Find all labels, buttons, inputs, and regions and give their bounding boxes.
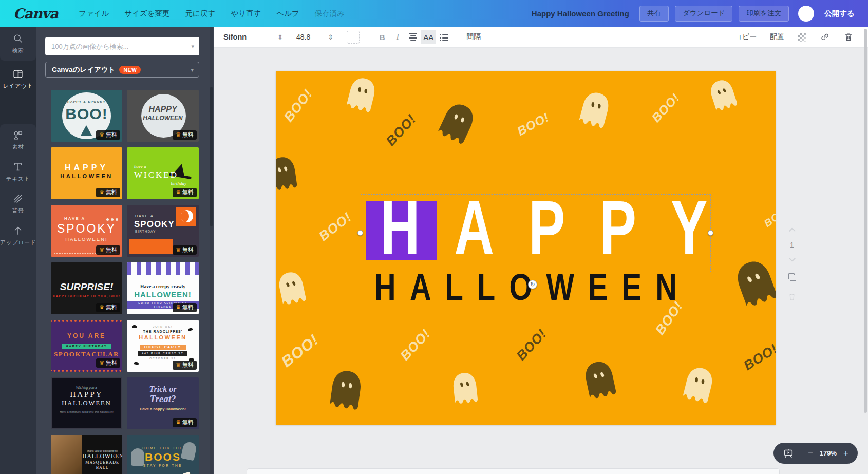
- template-thumb-3[interactable]: HAPPY HALLOWEEN ♛無料: [51, 147, 122, 199]
- menu-redo[interactable]: やり直す: [231, 9, 261, 18]
- menu-file[interactable]: ファイル: [79, 9, 109, 18]
- download-button[interactable]: ダウンロード: [675, 6, 733, 22]
- free-badge: ♛無料: [173, 245, 197, 255]
- move-page-up-icon[interactable]: [789, 227, 796, 234]
- font-family-stepper-icon[interactable]: ⇕: [277, 33, 283, 41]
- ghost-icon: [704, 75, 743, 119]
- zoom-out-button[interactable]: −: [808, 449, 813, 458]
- image-search-input[interactable]: [45, 37, 199, 55]
- ghost-icon: [579, 357, 622, 408]
- free-badge: ♛無料: [173, 303, 197, 312]
- text-align-button[interactable]: [405, 30, 421, 44]
- crown-icon: ♛: [176, 362, 181, 368]
- presentation-icon[interactable]: [783, 448, 794, 459]
- menu-undo[interactable]: 元に戻す: [185, 9, 216, 18]
- arrange-button[interactable]: 配置: [770, 32, 784, 42]
- boo-text: BOO!: [741, 340, 776, 373]
- sidebar-item-search[interactable]: 検索: [0, 27, 36, 61]
- boo-text: BOO!: [383, 111, 420, 149]
- order-prints-button[interactable]: 印刷を注文: [739, 6, 789, 22]
- document-title[interactable]: Happy Halloween Greeting: [532, 9, 629, 18]
- zoom-level[interactable]: 179%: [820, 449, 837, 457]
- dropdown-label: Canvaのレイアウト: [52, 65, 115, 74]
- free-badge: ♛無料: [173, 418, 197, 427]
- template-thumb-9[interactable]: YOU ARE HAPPY BIRTHDAY SPOOKTACULAR ♛無料: [51, 320, 122, 372]
- list-button[interactable]: [436, 30, 451, 44]
- free-badge: ♛無料: [173, 188, 197, 197]
- template-thumb-10[interactable]: JOIN US! THE RADCLIFFES' HALLOWEEN HOUSE…: [127, 320, 199, 372]
- publish-button[interactable]: 公開する: [824, 9, 855, 18]
- bold-button[interactable]: B: [374, 30, 390, 44]
- template-thumb-7[interactable]: SURPRISE! HAPPY BIRTHDAY TO YOU, BOO! ♛無…: [51, 262, 122, 314]
- sidebar-item-uploads[interactable]: アップロード: [0, 220, 36, 252]
- boo-text: BOO!: [649, 90, 683, 125]
- layouts-panel: ▾ Canvaのレイアウト NEW ▾ HAPPY & SPOOKY BOO! …: [36, 27, 214, 474]
- template-thumb-4[interactable]: have a WICKED birthday ♛無料: [127, 147, 199, 199]
- menu-resize[interactable]: サイズを変更: [124, 9, 169, 18]
- rotate-handle[interactable]: ↻: [528, 280, 537, 289]
- template-thumb-11[interactable]: Wishing you a HAPPY HALLOWEEN Have a fri…: [51, 377, 122, 429]
- font-size-select[interactable]: 48.8: [296, 33, 310, 41]
- delete-icon[interactable]: [843, 32, 854, 42]
- menu-help[interactable]: ヘルプ: [276, 9, 299, 18]
- saved-status: 保存済み: [315, 9, 345, 18]
- new-badge: NEW: [119, 66, 141, 74]
- template-thumb-5[interactable]: HAVE A SPOOKY HALLOWEEN! ♛無料: [51, 205, 122, 257]
- transparency-icon[interactable]: [798, 33, 806, 42]
- template-thumb-1[interactable]: HAPPY & SPOOKY BOO! ♛無料: [51, 90, 122, 142]
- font-size-stepper-icon[interactable]: ⇕: [328, 33, 333, 41]
- uppercase-button[interactable]: AA: [421, 30, 436, 44]
- ghost-icon: [276, 269, 311, 313]
- panel-scrollbar[interactable]: [210, 27, 213, 474]
- resize-handle-left[interactable]: [357, 230, 363, 236]
- layout-category-dropdown[interactable]: Canvaのレイアウト NEW ▾: [45, 62, 199, 78]
- move-page-down-icon[interactable]: [789, 255, 796, 262]
- main-scrollbar[interactable]: [864, 29, 867, 413]
- canvas-area: BOO! BOO! BOO! BOO! BOO! BOO! BOO! BOO! …: [214, 48, 868, 474]
- delete-page-icon[interactable]: [787, 292, 797, 301]
- sidebar-item-layouts[interactable]: レイアウト: [0, 61, 36, 98]
- canva-logo[interactable]: Canva: [13, 6, 58, 22]
- font-family-select[interactable]: Sifonn: [223, 33, 247, 41]
- ghost-icon: [677, 363, 719, 411]
- template-thumb-12[interactable]: Trick or Treat? Have a happy Halloween! …: [127, 377, 199, 429]
- sidebar-rail: 検索 レイアウト 素材 テキスト 背景 アップロード: [0, 27, 36, 474]
- sidebar-item-label: 検索: [12, 47, 24, 54]
- elements-icon: [12, 129, 24, 141]
- template-thumb-13[interactable]: Thank you for attending the HALLOWEEN MA…: [51, 435, 122, 474]
- subheadline-text[interactable]: HALLOWEEN: [326, 269, 725, 306]
- next-page-preview[interactable]: [247, 468, 780, 474]
- template-thumb-8[interactable]: Have a creepy-crawly HALLOWEEN! FROM YOU…: [127, 262, 199, 314]
- spacing-button[interactable]: 間隔: [466, 32, 481, 42]
- duplicate-page-icon[interactable]: [788, 273, 796, 281]
- crown-icon: ♛: [99, 304, 104, 311]
- design-page[interactable]: BOO! BOO! BOO! BOO! BOO! BOO! BOO! BOO! …: [276, 71, 776, 425]
- text-color-swatch[interactable]: [347, 31, 360, 44]
- sidebar-item-elements[interactable]: 素材: [0, 124, 36, 156]
- copy-button[interactable]: コピー: [734, 32, 757, 42]
- template-thumb-2[interactable]: HAPPY HALLOWEEN ♛無料: [127, 90, 199, 142]
- sidebar-item-label: レイアウト: [3, 82, 33, 90]
- sidebar-item-label: テキスト: [6, 175, 30, 183]
- template-thumb-6[interactable]: HAVE A SPOOKY BIRTHDAY ♛無料: [127, 205, 199, 257]
- beer-icon: [183, 472, 192, 474]
- resize-handle-right[interactable]: [708, 230, 713, 236]
- sidebar-item-label: 素材: [12, 143, 24, 151]
- user-avatar[interactable]: [798, 6, 814, 22]
- crown-icon: ♛: [99, 131, 104, 138]
- main-menu: ファイル サイズを変更 元に戻す やり直す ヘルプ: [79, 9, 299, 18]
- ghost-icon: [728, 254, 776, 318]
- sidebar-item-text[interactable]: テキスト: [0, 156, 36, 188]
- zoom-bar: − 179% +: [773, 443, 858, 464]
- layouts-icon: [12, 68, 24, 80]
- link-icon[interactable]: [820, 32, 830, 42]
- free-badge: ♛無料: [96, 303, 120, 312]
- italic-button[interactable]: I: [390, 30, 405, 44]
- share-button[interactable]: 共有: [639, 6, 669, 22]
- free-badge: ♛無料: [96, 130, 120, 140]
- crown-icon: ♛: [99, 189, 104, 196]
- sidebar-item-background[interactable]: 背景: [0, 188, 36, 220]
- page-number: 1: [790, 240, 794, 249]
- template-thumb-14[interactable]: COME FOR THE BOOS STAY FOR THE: [127, 435, 199, 474]
- zoom-in-button[interactable]: +: [843, 449, 848, 458]
